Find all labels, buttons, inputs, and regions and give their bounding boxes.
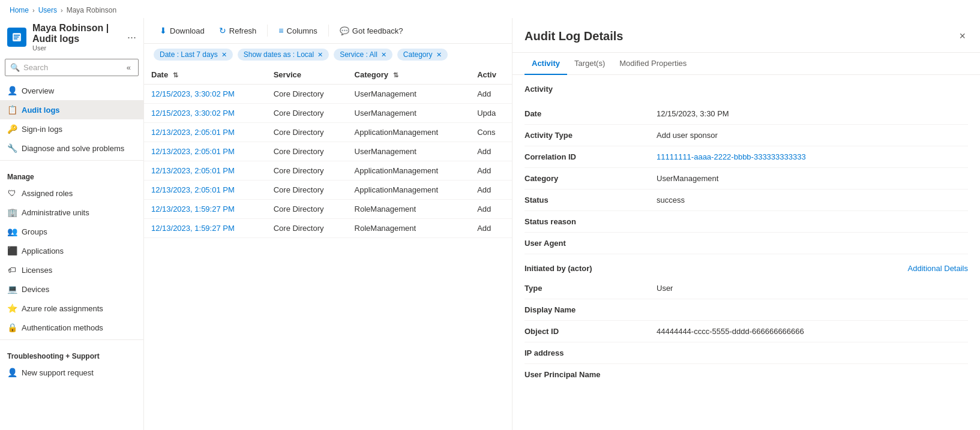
tab-targets[interactable]: Target(s) (567, 53, 612, 75)
columns-label: Columns (287, 26, 317, 35)
col-date[interactable]: Date ⇅ (144, 65, 266, 85)
applications-icon: ⬛ (7, 246, 17, 255)
detail-label-activity-type: Activity Type (525, 131, 657, 140)
cell-service: Core Directory (266, 142, 347, 161)
sidebar-item-label: New support request (22, 368, 94, 377)
audit-log-table: Date ⇅ Service Category ⇅ Activ (144, 65, 512, 430)
download-button[interactable]: ⬇ Download (154, 23, 211, 38)
cell-activity: Add (470, 200, 512, 219)
detail-value-status: success (657, 196, 968, 205)
sidebar-item-groups[interactable]: 👥 Groups (0, 222, 143, 241)
sidebar-item-label: Groups (22, 227, 47, 236)
category-filter-label: Category (403, 50, 433, 59)
more-options-button[interactable]: ··· (127, 32, 136, 43)
detail-tabs: Activity Target(s) Modified Properties (513, 53, 980, 75)
cell-category: UserManagement (347, 104, 470, 123)
diagnose-icon: 🔧 (7, 143, 17, 153)
sidebar-item-azure-roles[interactable]: ⭐ Azure role assignments (0, 299, 143, 318)
cell-activity: Add (470, 142, 512, 161)
sidebar-item-label: Sign-in logs (22, 125, 62, 134)
support-icon: 👤 (7, 368, 17, 377)
sidebar-item-label: Assigned roles (22, 189, 73, 198)
table-row[interactable]: 12/13/2023, 2:05:01 PM Core Directory Ap… (144, 181, 512, 200)
audit-logs-icon: 📋 (7, 105, 17, 115)
sidebar-item-auth-methods[interactable]: 🔒 Authentication methods (0, 318, 143, 337)
sidebar-item-applications[interactable]: ⬛ Applications (0, 241, 143, 260)
breadcrumb-sep-1: › (32, 7, 35, 14)
columns-button[interactable]: ≡ Columns (272, 23, 323, 38)
search-area: 🔍 Search « (0, 59, 143, 81)
detail-panel-close-button[interactable]: × (957, 28, 968, 45)
sidebar-item-licenses[interactable]: 🏷 Licenses (0, 260, 143, 279)
detail-row-date: Date 12/15/2023, 3:30 PM (525, 103, 968, 125)
detail-label-ip-address: IP address (525, 348, 657, 357)
table-row[interactable]: 12/13/2023, 2:05:01 PM Core Directory Ap… (144, 161, 512, 181)
search-input[interactable]: 🔍 Search « (5, 59, 139, 76)
table-row[interactable]: 12/13/2023, 2:05:01 PM Core Directory Us… (144, 142, 512, 161)
tab-activity[interactable]: Activity (525, 53, 567, 75)
svg-rect-3 (14, 38, 17, 40)
tab-modified-properties[interactable]: Modified Properties (612, 53, 694, 75)
breadcrumb-users[interactable]: Users (38, 6, 57, 14)
manage-menu: 🛡 Assigned roles 🏢 Administrative units … (0, 184, 143, 337)
sidebar-item-label: Audit logs (22, 106, 60, 115)
table-row[interactable]: 12/13/2023, 2:05:01 PM Core Directory Ap… (144, 123, 512, 142)
sidebar-item-assigned-roles[interactable]: 🛡 Assigned roles (0, 184, 143, 203)
sidebar-item-devices[interactable]: 💻 Devices (0, 279, 143, 299)
sidebar: Maya Robinson | Audit logs User ··· 🔍 Se… (0, 18, 144, 430)
detail-row-user-agent: User Agent (525, 233, 968, 254)
sidebar-item-label: Diagnose and solve problems (22, 144, 124, 153)
cell-service: Core Directory (266, 85, 347, 104)
sidebar-item-diagnose[interactable]: 🔧 Diagnose and solve problems (0, 139, 143, 158)
activity-section-title: Activity (525, 85, 968, 94)
service-filter-label: Service : All (340, 50, 377, 59)
detail-row-ip-address: IP address (525, 342, 968, 364)
assigned-roles-icon: 🛡 (7, 188, 17, 198)
toolbar-divider-2 (328, 25, 329, 37)
sidebar-item-label: Devices (22, 285, 49, 294)
sidebar-item-new-support[interactable]: 👤 New support request (0, 363, 143, 382)
detail-label-object-id: Object ID (525, 327, 657, 336)
show-dates-filter-chip[interactable]: Show dates as : Local ✕ (238, 49, 329, 61)
collapse-button[interactable]: « (124, 62, 133, 73)
category-filter-chip[interactable]: Category ✕ (397, 49, 448, 61)
table-row[interactable]: 12/13/2023, 1:59:27 PM Core Directory Ro… (144, 219, 512, 238)
sidebar-item-sign-in-logs[interactable]: 🔑 Sign-in logs (0, 119, 143, 139)
actor-section-title: Initiated by (actor) (525, 264, 592, 273)
feedback-label: Got feedback? (352, 26, 403, 35)
col-category[interactable]: Category ⇅ (347, 65, 470, 85)
cell-service: Core Directory (266, 161, 347, 181)
sidebar-item-overview[interactable]: 👤 Overview (0, 81, 143, 100)
detail-label-category: Category (525, 174, 657, 183)
cell-date: 12/13/2023, 2:05:01 PM (144, 123, 266, 142)
table-row[interactable]: 12/13/2023, 1:59:27 PM Core Directory Ro… (144, 200, 512, 219)
cell-service: Core Directory (266, 181, 347, 200)
cell-category: RoleManagement (347, 200, 470, 219)
col-activity[interactable]: Activ (470, 65, 512, 85)
detail-row-status: Status success (525, 190, 968, 211)
admin-units-icon: 🏢 (7, 208, 17, 217)
detail-value-correlation-id[interactable]: 11111111-aaaa-2222-bbbb-333333333333 (657, 152, 968, 161)
cell-activity: Add (470, 181, 512, 200)
refresh-button[interactable]: ↻ Refresh (213, 23, 263, 38)
detail-row-status-reason: Status reason (525, 211, 968, 233)
detail-value-date: 12/15/2023, 3:30 PM (657, 109, 968, 118)
azure-roles-icon: ⭐ (7, 303, 17, 313)
date-filter-label: Date : Last 7 days (160, 50, 218, 59)
breadcrumb-home[interactable]: Home (10, 6, 29, 14)
table-row[interactable]: 12/15/2023, 3:30:02 PM Core Directory Us… (144, 104, 512, 123)
col-service[interactable]: Service (266, 65, 347, 85)
feedback-icon: 💬 (340, 26, 349, 35)
cell-category: RoleManagement (347, 219, 470, 238)
breadcrumb-sep-2: › (61, 7, 63, 14)
additional-details-link[interactable]: Additional Details (908, 264, 968, 273)
date-filter-chip[interactable]: Date : Last 7 days ✕ (154, 49, 233, 61)
table-row[interactable]: 12/15/2023, 3:30:02 PM Core Directory Us… (144, 85, 512, 104)
feedback-button[interactable]: 💬 Got feedback? (334, 23, 409, 38)
sidebar-item-admin-units[interactable]: 🏢 Administrative units (0, 203, 143, 222)
actor-section-header: Initiated by (actor) Additional Details (525, 264, 968, 273)
sidebar-item-audit-logs[interactable]: 📋 Audit logs (0, 100, 143, 119)
cell-category: ApplicationManagement (347, 161, 470, 181)
detail-row-activity-type: Activity Type Add user sponsor (525, 125, 968, 146)
service-filter-chip[interactable]: Service : All ✕ (334, 49, 392, 61)
